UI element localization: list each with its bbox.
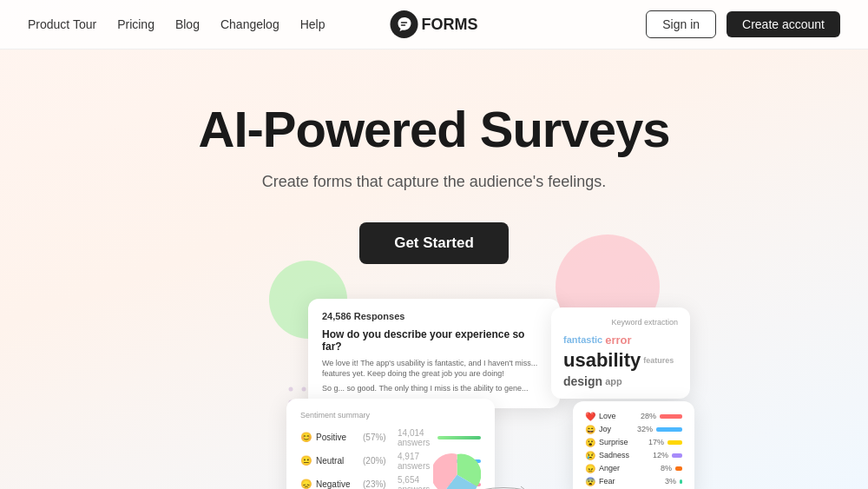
emotion-anger: 😠 Anger 8% <box>585 464 682 473</box>
emotion-fear: 😨 Fear 3% <box>585 477 682 486</box>
keyword-label: Keyword extraction <box>563 318 678 327</box>
em-icon-joy: 😄 <box>585 425 595 434</box>
response-text-1: We love it! The app's usability is fanta… <box>322 358 546 380</box>
em-icon-love: ❤️ <box>585 412 595 421</box>
em-pct-joy: 32% <box>628 425 653 433</box>
s-pct-positive: (57%) <box>363 433 394 442</box>
nav-changelog[interactable]: Changelog <box>220 17 279 31</box>
nav-product-tour[interactable]: Product Tour <box>28 17 96 31</box>
emoji-positive: 😊 <box>300 432 312 443</box>
s-count-negative: 5,654 answers <box>398 475 434 489</box>
logo[interactable]: FORMS <box>391 10 478 38</box>
response-text-2: So g... so good. The only thing I miss i… <box>322 383 546 394</box>
em-bar-surprise <box>667 440 682 445</box>
em-pct-fear: 3% <box>652 477 676 486</box>
em-name-love: Love <box>599 412 628 420</box>
card-keywords: Keyword extraction fantastic error usabi… <box>551 307 690 399</box>
logo-text: FORMS <box>422 16 478 34</box>
em-name-surprise: Surprise <box>599 438 636 446</box>
em-icon-sadness: 😢 <box>585 451 595 460</box>
hero-title: AI-Powered Surveys <box>17 102 851 157</box>
em-name-fear: Fear <box>599 477 648 486</box>
s-name-neutral: Neutral <box>316 456 359 466</box>
survey-question: How do you describe your experience so f… <box>322 328 546 353</box>
kw-features: features <box>643 356 674 365</box>
s-pct-negative: (23%) <box>363 479 394 489</box>
kw-app: app <box>605 376 622 387</box>
card-sentiment: Sentiment summary 😊 Positive (57%) 14,01… <box>286 399 495 489</box>
logo-icon <box>391 10 418 38</box>
kw-fantastic: fantastic <box>563 334 602 345</box>
kw-usability: usability <box>563 349 641 372</box>
nav-help[interactable]: Help <box>300 17 326 31</box>
emotion-joy: 😄 Joy 32% <box>585 425 682 434</box>
arrow-feelings <box>477 481 529 489</box>
nav-links: Product Tour Pricing Blog Changelog Help <box>28 17 325 31</box>
s-name-negative: Negative <box>316 479 359 489</box>
em-name-joy: Joy <box>599 425 625 433</box>
hero-section: AI-Powered Surveys Create forms that cap… <box>0 50 868 290</box>
s-pct-neutral: (20%) <box>363 456 394 466</box>
em-icon-anger: 😠 <box>585 464 595 473</box>
em-pct-love: 28% <box>632 412 656 420</box>
em-name-anger: Anger <box>599 464 644 472</box>
em-name-sadness: Sadness <box>599 451 641 459</box>
create-account-button[interactable]: Create account <box>727 11 840 37</box>
s-bar-positive <box>437 436 481 439</box>
response-count: 24,586 Responses <box>322 311 546 321</box>
kw-design: design <box>563 374 602 388</box>
sentiment-positive: 😊 Positive (57%) 14,014 answers <box>300 428 481 447</box>
em-icon-fear: 😨 <box>585 477 595 486</box>
nav-pricing[interactable]: Pricing <box>117 17 155 31</box>
em-bar-love <box>660 414 682 419</box>
card-emotions: ❤️ Love 28% 😄 Joy 32% 😮 Surprise 17% 😢 S… <box>573 401 694 489</box>
em-icon-surprise: 😮 <box>585 438 595 447</box>
nav-actions: Sign in Create account <box>646 10 840 38</box>
keyword-cloud: fantastic error usability features desig… <box>563 334 678 388</box>
mockup-area: 24,586 Responses How do you describe you… <box>0 299 868 489</box>
s-count-positive: 14,014 answers <box>398 428 434 447</box>
sentiment-label: Sentiment summary <box>300 411 481 420</box>
em-bar-fear <box>680 479 682 484</box>
card-responses: 24,586 Responses How do you describe you… <box>308 299 560 408</box>
emotion-sadness: 😢 Sadness 12% <box>585 451 682 460</box>
navbar: Product Tour Pricing Blog Changelog Help… <box>0 0 868 50</box>
em-bar-joy <box>656 427 682 432</box>
emotion-love: ❤️ Love 28% <box>585 412 682 421</box>
emotion-surprise: 😮 Surprise 17% <box>585 438 682 447</box>
pie-chart <box>433 451 481 489</box>
em-pct-sadness: 12% <box>644 451 668 459</box>
em-pct-anger: 8% <box>648 464 672 472</box>
s-name-positive: Positive <box>316 433 359 442</box>
s-count-neutral: 4,917 answers <box>398 452 434 471</box>
hero-subtitle: Create forms that capture the audience's… <box>17 173 851 191</box>
signin-button[interactable]: Sign in <box>646 10 716 38</box>
em-bar-anger <box>675 466 682 471</box>
nav-blog[interactable]: Blog <box>175 17 200 31</box>
em-bar-sadness <box>672 453 682 458</box>
kw-error: error <box>605 334 631 347</box>
emoji-negative: 😞 <box>300 479 312 489</box>
emoji-neutral: 😐 <box>300 455 312 466</box>
em-pct-surprise: 17% <box>640 438 664 446</box>
cta-button[interactable]: Get Started <box>359 222 509 264</box>
